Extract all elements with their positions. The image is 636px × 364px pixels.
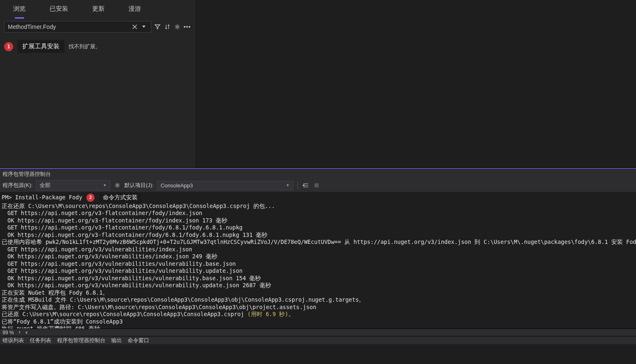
annotation-badge-1: 1 bbox=[4, 42, 13, 51]
package-source-label: 程序包源(K): bbox=[2, 182, 33, 189]
console-line: 正在还原 C:\Users\M\source\repos\ConsoleApp3… bbox=[2, 203, 634, 210]
nuget-tabs: 浏览 已安装 更新 漫游 bbox=[0, 0, 195, 19]
console-line: GET https://api.nuget.org/v3-flatcontain… bbox=[2, 224, 634, 232]
svg-rect-2 bbox=[314, 183, 319, 187]
chevron-down-icon: ▼ bbox=[286, 183, 290, 187]
status-error-list[interactable]: 错误列表 bbox=[2, 337, 24, 344]
console-line: 已将“Fody 6.8.1”成功安装到 ConsoleApp3 bbox=[2, 318, 634, 326]
status-pmc[interactable]: 程序包管理器控制台 bbox=[57, 337, 105, 344]
package-source-value: 全部 bbox=[40, 182, 50, 189]
console-line: GET https://api.nuget.org/v3-flatcontain… bbox=[2, 210, 634, 217]
gear-icon[interactable] bbox=[174, 23, 181, 31]
default-project-label: 默认项目(J): bbox=[124, 182, 154, 189]
tab-updates[interactable]: 更新 bbox=[92, 5, 105, 19]
separator bbox=[298, 182, 298, 189]
svg-point-0 bbox=[176, 26, 178, 28]
result-row: 1 扩展工具安装 找不到扩展。 bbox=[0, 35, 195, 58]
more-icon[interactable]: ••• bbox=[183, 23, 191, 31]
console-line: 正在生成 MSBuild 文件 C:\Users\M\source\repos\… bbox=[2, 296, 634, 304]
console-line: 已使用内容哈希 pwk2/No1kL1ft+zMT2y0MvzB6W5cpkdO… bbox=[2, 239, 634, 246]
annotation-callout-2: 命令方式安装 bbox=[99, 193, 142, 203]
chevron-down-icon[interactable]: ▼ bbox=[18, 331, 21, 334]
search-toolbar: ••• bbox=[154, 23, 191, 31]
console-line: 执行 nuget 操作花费时间 486 毫秒 bbox=[2, 325, 634, 329]
scroll-left-icon[interactable] bbox=[25, 331, 27, 334]
no-results-text: 找不到扩展。 bbox=[69, 43, 101, 50]
console-line: OK https://api.nuget.org/v3-flatcontaine… bbox=[2, 232, 634, 239]
console-line: GET https://api.nuget.org/v3/vulnerabili… bbox=[2, 267, 634, 275]
annotation-callout-1: 扩展工具安装 bbox=[17, 40, 64, 53]
console-prompt-line: PM> Install-Package Fody bbox=[2, 194, 82, 201]
indent-icon[interactable] bbox=[302, 182, 310, 189]
search-input[interactable] bbox=[8, 24, 131, 30]
sort-icon[interactable] bbox=[164, 23, 171, 31]
search-dropdown-icon[interactable] bbox=[140, 23, 148, 31]
console-output[interactable]: PM> Install-Package Fody 2 命令方式安装 正在还原 C… bbox=[0, 192, 636, 329]
chevron-down-icon: ▼ bbox=[103, 183, 107, 187]
console-line: GET https://api.nuget.org/v3/vulnerabili… bbox=[2, 260, 634, 268]
detail-panel-empty bbox=[195, 0, 636, 168]
search-input-wrap bbox=[4, 21, 151, 33]
console-title-bar: 程序包管理器控制台 bbox=[0, 169, 636, 179]
zoom-level[interactable]: 99 % bbox=[2, 330, 14, 336]
console-line: OK https://api.nuget.org/v3-flatcontaine… bbox=[2, 217, 634, 225]
tab-installed[interactable]: 已安装 bbox=[50, 5, 68, 19]
nuget-panel: 浏览 已安装 更新 漫游 bbox=[0, 0, 195, 168]
default-project-value: ConsoleApp3 bbox=[161, 182, 193, 189]
tab-browse[interactable]: 浏览 bbox=[13, 5, 26, 19]
console-line: 正在安装 NuGet 程序包 Fody 6.8.1。 bbox=[2, 289, 634, 297]
console-line: GET https://api.nuget.org/v3/vulnerabili… bbox=[2, 246, 634, 253]
filter-icon[interactable] bbox=[154, 23, 161, 31]
status-bar: 错误列表 任务列表 程序包管理器控制台 输出 命令窗口 bbox=[0, 336, 636, 344]
default-project-dropdown[interactable]: ConsoleApp3 ▼ bbox=[157, 181, 293, 190]
package-source-dropdown[interactable]: 全部 ▼ bbox=[36, 180, 110, 191]
search-bar: ••• bbox=[0, 19, 195, 35]
annotation-badge-2: 2 bbox=[86, 194, 95, 202]
console-line: 已还原 C:\Users\M\source\repos\ConsoleApp3\… bbox=[2, 311, 634, 318]
console-line: 将资产文件写入磁盘。路径: C:\Users\M\source\repos\Co… bbox=[2, 304, 634, 311]
console-line: OK https://api.nuget.org/v3/vulnerabilit… bbox=[2, 275, 634, 282]
console-line: OK https://api.nuget.org/v3/vulnerabilit… bbox=[2, 253, 634, 260]
status-output[interactable]: 输出 bbox=[111, 337, 122, 344]
clear-search-icon[interactable] bbox=[131, 23, 138, 31]
zoom-bar: 99 % ▼ bbox=[0, 329, 636, 336]
status-task-list[interactable]: 任务列表 bbox=[30, 337, 51, 344]
console-line: OK https://api.nuget.org/v3/vulnerabilit… bbox=[2, 282, 634, 289]
svg-point-1 bbox=[117, 184, 118, 186]
gear-icon[interactable] bbox=[114, 182, 121, 189]
top-split: 浏览 已安装 更新 漫游 bbox=[0, 0, 636, 168]
status-cmd-window[interactable]: 命令窗口 bbox=[128, 337, 149, 344]
tab-consolidate[interactable]: 漫游 bbox=[129, 5, 141, 19]
console-toolbar: 程序包源(K): 全部 ▼ 默认项目(J): ConsoleApp3 ▼ bbox=[0, 179, 636, 192]
stop-icon[interactable] bbox=[313, 182, 320, 189]
